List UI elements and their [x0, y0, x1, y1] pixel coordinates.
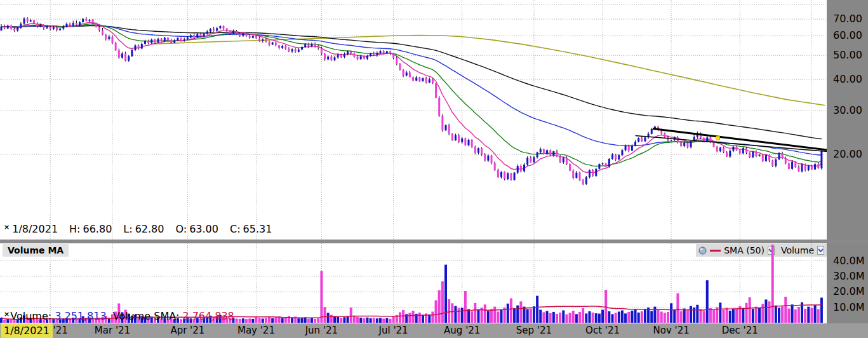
price-tick-label: 60.00: [833, 30, 862, 41]
readout-high-value: 66.80: [83, 223, 112, 235]
month-label: Sep '21: [516, 325, 552, 336]
readout-date: 1/8/2021: [12, 223, 58, 235]
volume-sma-readout-value: 2,764,838: [182, 310, 234, 322]
stock-chart-app: SMA (50) Volume ×1/8/2021H:66.80L:62.80O…: [0, 0, 868, 338]
remove-indicator-icon[interactable]: ×: [4, 310, 10, 318]
month-label: Dec '21: [722, 325, 758, 336]
ohlc-readout: ×1/8/2021H:66.80L:62.80O:63.00C:65.31: [4, 223, 274, 235]
month-label: Aug '21: [444, 325, 480, 336]
price-tick-label: 70.00: [833, 13, 862, 25]
readout-low-label: L:: [123, 223, 132, 235]
volume-readout-label: Volume:: [10, 310, 51, 322]
readout-open-value: 63.00: [189, 223, 218, 235]
remove-indicator-icon[interactable]: ×: [4, 223, 10, 231]
readout-high-label: H:: [69, 223, 80, 235]
readout-low-value: 62.80: [135, 223, 164, 235]
indicator-globe-icon[interactable]: [698, 247, 707, 255]
price-chart-plot[interactable]: [0, 0, 827, 240]
month-label: Apr '21: [170, 325, 204, 336]
month-label: '21: [53, 325, 68, 336]
volume-sma-line-sample: [710, 250, 721, 252]
month-label: Jul '21: [379, 325, 408, 336]
volume-readout-value: 3,251,813: [55, 310, 106, 322]
panel-divider[interactable]: [0, 240, 868, 243]
volume-sma-legend-label: SMA (50): [724, 245, 765, 255]
volume-tick-label: 10.0M: [833, 302, 864, 313]
readout-close-label: C:: [230, 223, 241, 235]
price-tick-label: 50.00: [833, 50, 862, 61]
month-label: Mar '21: [95, 325, 130, 336]
volume-sma-dropdown[interactable]: [768, 246, 775, 255]
volume-tick-label: 40.0M: [833, 255, 864, 267]
readout-close-value: 65.31: [243, 223, 272, 235]
volume-ma-panel-title[interactable]: Volume MA: [3, 244, 69, 257]
volume-tick-label: 20.0M: [833, 286, 864, 297]
selected-date-highlight: 1/8/2021: [1, 323, 53, 338]
price-tick-label: 20.00: [833, 149, 862, 160]
price-axis-strip[interactable]: 70.0060.0050.0040.0030.0020.0040.0M30.0M…: [827, 0, 868, 323]
month-label: Jun '21: [305, 325, 338, 336]
volume-sma-readout-label: Volume SMA:: [113, 310, 180, 322]
volume-tick-label: 30.0M: [833, 271, 864, 282]
month-label: Oct '21: [585, 325, 620, 336]
volume-legend: SMA (50) Volume: [696, 244, 827, 257]
readout-open-label: O:: [175, 223, 187, 235]
volume-dropdown[interactable]: [817, 246, 824, 255]
time-axis-strip[interactable]: 1/8/2021 '21Mar '21Apr '21May '21Jun '21…: [0, 323, 868, 338]
price-tick-label: 30.00: [833, 105, 862, 116]
volume-legend-label: Volume: [781, 245, 814, 255]
month-label: May '21: [237, 325, 275, 336]
month-label: Nov '21: [653, 325, 689, 336]
volume-readout: ×Volume: 3,251,813Volume SMA: 2,764,838: [4, 310, 234, 322]
price-tick-label: 40.00: [833, 74, 862, 85]
